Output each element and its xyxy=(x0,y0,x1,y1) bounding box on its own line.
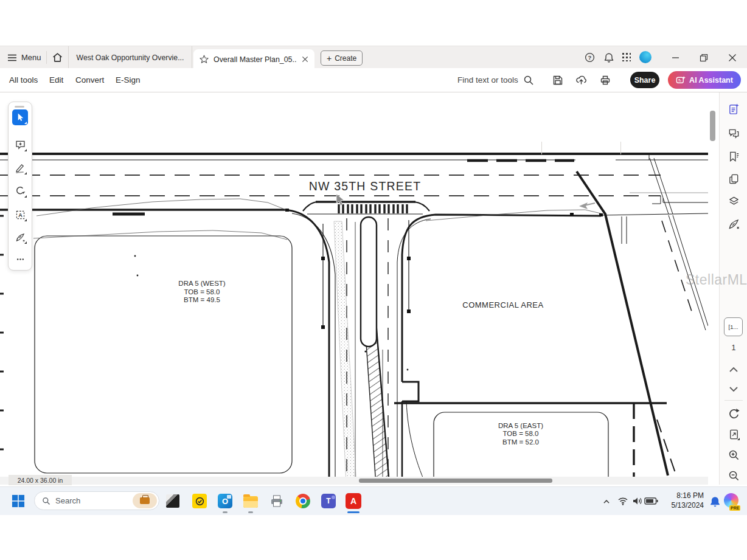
menu-edit[interactable]: Edit xyxy=(49,68,63,92)
street-label: NW 35TH STREET xyxy=(309,179,422,193)
restore-button[interactable] xyxy=(692,46,716,69)
tray-overflow-button[interactable] xyxy=(599,494,614,508)
zoom-in-button[interactable] xyxy=(726,448,741,462)
tab-overall-master-plan[interactable]: Overall Master Plan_05... xyxy=(193,49,314,69)
select-text-tool[interactable]: A xyxy=(12,207,28,223)
checkmark-app-button[interactable] xyxy=(192,494,207,508)
star-icon[interactable] xyxy=(200,55,209,64)
wifi-button[interactable] xyxy=(616,494,630,508)
page-number-field[interactable]: [1... xyxy=(724,317,743,336)
file-explorer-button[interactable] xyxy=(243,494,258,508)
dra-west-tob: TOB = 58.0 xyxy=(184,288,220,296)
fill-sign-tool[interactable] xyxy=(12,229,28,245)
outlook-icon: O xyxy=(218,494,232,508)
zoom-out-button[interactable] xyxy=(726,468,741,483)
svg-text:A: A xyxy=(18,212,23,218)
cloud-upload-icon xyxy=(575,74,587,86)
acrobat-button[interactable]: A xyxy=(346,493,361,509)
bell-icon xyxy=(603,52,614,63)
copy-pages-icon xyxy=(728,173,740,185)
outlook-button[interactable]: O xyxy=(218,494,232,508)
chevron-down-icon xyxy=(729,385,738,393)
search-highlight-image[interactable] xyxy=(133,493,157,508)
share-button[interactable]: Share xyxy=(630,72,659,88)
volume-button[interactable] xyxy=(630,494,645,508)
teams-icon: T xyxy=(321,494,336,508)
pages-panel-button[interactable] xyxy=(726,171,741,186)
previous-page-button[interactable] xyxy=(726,362,741,377)
search-button[interactable] xyxy=(523,68,534,92)
notification-center-button[interactable] xyxy=(707,494,722,509)
acrobat-icon: A xyxy=(346,493,361,509)
windows-logo-icon xyxy=(12,494,25,508)
minimize-button[interactable] xyxy=(663,46,687,69)
save-icon xyxy=(552,75,563,86)
menu-esign[interactable]: E-Sign xyxy=(116,68,141,92)
printer-app-button[interactable] xyxy=(269,494,284,508)
select-tool[interactable] xyxy=(12,109,28,125)
apps-grid-icon[interactable] xyxy=(622,53,631,62)
panel-drag-handle[interactable] xyxy=(15,106,24,108)
taskbar-clock[interactable]: 8:16 PM 5/13/2024 xyxy=(660,491,704,510)
svg-text:?: ? xyxy=(588,54,592,61)
lasso-tool[interactable] xyxy=(12,183,28,199)
text-select-icon: A xyxy=(15,209,26,221)
printer-app-icon xyxy=(269,494,284,508)
save-button[interactable] xyxy=(552,68,563,92)
find-text-label[interactable]: Find text or tools xyxy=(457,68,518,92)
tab-west-oak[interactable]: West Oak Opportunity Overvie... xyxy=(68,46,192,69)
toolbar-separator xyxy=(541,142,542,154)
sidebar-separator xyxy=(724,400,743,401)
start-button[interactable] xyxy=(11,494,26,508)
comments-icon xyxy=(728,127,740,140)
battery-icon xyxy=(644,496,658,506)
comment-plus-icon xyxy=(15,139,26,151)
right-tools-sidebar: [1... 1 xyxy=(719,92,747,485)
titlebar-separator xyxy=(46,51,47,64)
fit-page-button[interactable] xyxy=(726,427,741,441)
windows-taskbar: Search O T A 8: xyxy=(0,486,747,515)
help-button[interactable]: ? xyxy=(585,46,595,69)
more-tools-button[interactable] xyxy=(12,251,28,267)
next-page-button[interactable] xyxy=(726,382,741,396)
search-icon xyxy=(523,75,534,86)
layers-panel-button[interactable] xyxy=(726,194,741,209)
notifications-button[interactable] xyxy=(603,46,614,69)
explorer-running-indicator xyxy=(248,511,253,513)
create-label: Create xyxy=(335,54,356,63)
ai-assistant-panel-button[interactable] xyxy=(726,102,741,116)
horizontal-scrollbar-thumb[interactable] xyxy=(359,479,552,483)
comments-panel-button[interactable] xyxy=(726,126,741,140)
draw-highlight-tool[interactable] xyxy=(12,160,28,176)
print-button[interactable] xyxy=(600,68,611,92)
bookmark-icon xyxy=(728,150,740,163)
teams-button[interactable]: T xyxy=(321,494,336,508)
chevron-up-icon xyxy=(729,366,738,373)
chrome-button[interactable] xyxy=(296,494,310,508)
upload-cloud-button[interactable] xyxy=(575,68,587,92)
close-tab-icon[interactable] xyxy=(302,56,308,63)
mouse-cursor xyxy=(336,194,344,206)
search-placeholder: Search xyxy=(55,496,128,505)
taskbar-search[interactable]: Search xyxy=(34,491,159,510)
close-window-button[interactable] xyxy=(720,46,745,69)
add-comment-tool[interactable] xyxy=(12,137,28,153)
menu-all-tools[interactable]: All tools xyxy=(9,68,38,92)
rotate-page-button[interactable] xyxy=(726,406,741,421)
close-icon xyxy=(728,54,737,62)
ai-assistant-button[interactable]: AI Assistant xyxy=(668,71,741,89)
zoom-in-icon xyxy=(728,449,740,461)
menu-button[interactable]: Menu xyxy=(7,46,41,69)
horizontal-scrollbar[interactable] xyxy=(0,477,708,485)
vertical-scrollbar-thumb[interactable] xyxy=(710,111,715,141)
create-button[interactable]: + Create xyxy=(321,50,363,66)
signature-panel-button[interactable] xyxy=(726,216,741,231)
battery-button[interactable] xyxy=(644,494,658,508)
task-view-button[interactable] xyxy=(165,494,180,508)
user-avatar[interactable] xyxy=(639,51,651,63)
bookmarks-panel-button[interactable] xyxy=(726,149,741,164)
rotate-icon xyxy=(728,407,740,420)
menu-convert[interactable]: Convert xyxy=(75,68,104,92)
chrome-icon xyxy=(296,494,310,508)
home-button[interactable] xyxy=(52,46,63,69)
